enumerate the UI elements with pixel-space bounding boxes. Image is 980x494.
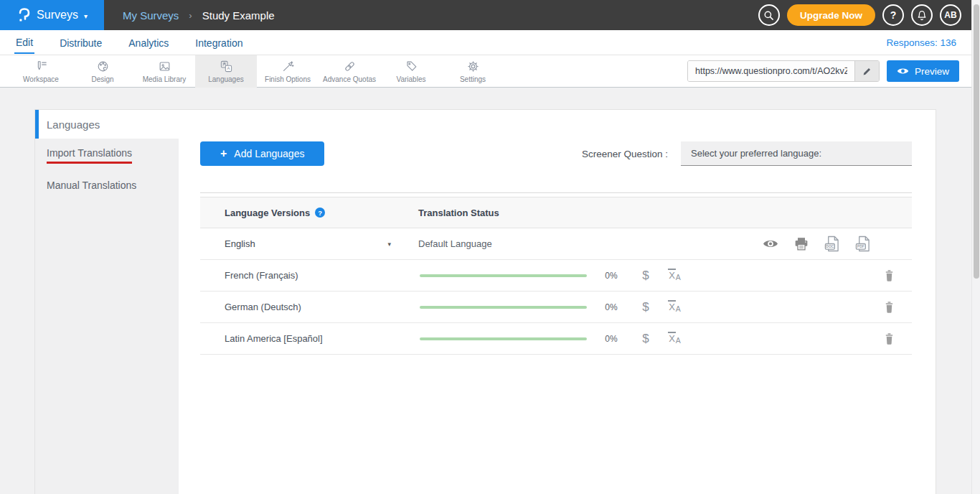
plus-icon: + bbox=[220, 147, 227, 160]
notifications-button[interactable] bbox=[911, 4, 933, 26]
delete-language-button[interactable] bbox=[884, 269, 895, 282]
language-name: French (Français) bbox=[200, 270, 397, 281]
screener-question: Screener Question : Select your preferre… bbox=[582, 141, 912, 166]
tool-finish-options[interactable]: Finish Options bbox=[257, 55, 319, 88]
languages-panel: Languages Import Translations Manual Tra… bbox=[34, 109, 936, 494]
search-icon bbox=[763, 10, 774, 21]
actions-row: + Add Languages Screener Question : Sele… bbox=[200, 141, 912, 166]
delete-language-button[interactable] bbox=[884, 301, 895, 314]
doc-file-icon: DOC bbox=[824, 236, 839, 252]
bell-icon bbox=[917, 10, 927, 21]
trash-icon bbox=[884, 332, 895, 345]
tool-label: Design bbox=[91, 75, 113, 83]
table-row-language: German (Deutsch) 0% $ XA bbox=[200, 292, 912, 323]
tab-edit[interactable]: Edit bbox=[14, 32, 34, 54]
questionpro-logo-icon bbox=[17, 7, 31, 23]
tool-label: Finish Options bbox=[265, 75, 311, 83]
view-button[interactable] bbox=[763, 238, 778, 249]
translation-percent: 0% bbox=[597, 334, 626, 344]
paid-translation-button[interactable]: $ bbox=[637, 269, 654, 283]
scrollbar-track[interactable] bbox=[971, 0, 980, 494]
toolbar-items: Workspace Design bbox=[10, 55, 504, 88]
tool-settings[interactable]: Settings bbox=[442, 55, 504, 88]
survey-url-input[interactable] bbox=[688, 61, 854, 81]
top-header: Surveys ▾ My Surveys › Study Example Upg… bbox=[0, 0, 980, 30]
auto-translate-button[interactable]: XA bbox=[664, 270, 684, 281]
screener-question-select[interactable]: Select your preferred language: bbox=[681, 141, 912, 166]
export-doc-button[interactable]: DOC bbox=[824, 236, 839, 252]
breadcrumb: My Surveys › Study Example bbox=[123, 9, 275, 22]
search-button[interactable] bbox=[758, 4, 780, 26]
translation-progress-bar bbox=[420, 306, 587, 309]
language-name: German (Deutsch) bbox=[200, 302, 397, 312]
sidebar-item-import-translations[interactable]: Import Translations bbox=[35, 139, 179, 171]
chevron-down-icon: ▾ bbox=[84, 12, 88, 20]
sidebar-item-label: Import Translations bbox=[47, 147, 132, 164]
tool-variables[interactable]: Variables bbox=[380, 55, 442, 88]
export-pdf-button[interactable]: PDF bbox=[855, 236, 870, 252]
scrollbar-thumb[interactable] bbox=[974, 4, 979, 279]
tool-advance-quotas[interactable]: Advance Quotas bbox=[319, 55, 380, 88]
preview-label: Preview bbox=[915, 66, 949, 77]
help-button[interactable]: ? bbox=[882, 4, 904, 26]
preview-button[interactable]: Preview bbox=[887, 60, 959, 82]
delete-language-button[interactable] bbox=[884, 332, 895, 345]
tag-icon bbox=[405, 60, 418, 73]
tool-languages[interactable]: A Languages bbox=[195, 55, 257, 88]
main-content: Languages Import Translations Manual Tra… bbox=[0, 88, 980, 494]
paid-translation-button[interactable]: $ bbox=[637, 300, 654, 314]
tool-design[interactable]: Design bbox=[72, 55, 133, 88]
table-row-language: Latin America [Español] 0% $ XA bbox=[200, 323, 912, 355]
brand-label: Surveys bbox=[37, 9, 78, 22]
column-translation-status: Translation Status bbox=[418, 208, 499, 218]
responses-count[interactable]: Responses: 136 bbox=[886, 37, 956, 48]
printer-icon bbox=[794, 237, 809, 251]
auto-translate-button[interactable]: XA bbox=[664, 302, 684, 312]
trash-icon bbox=[884, 301, 895, 314]
language-name: Latin America [Español] bbox=[200, 333, 397, 344]
tab-analytics[interactable]: Analytics bbox=[127, 32, 170, 53]
edit-url-button[interactable] bbox=[854, 61, 879, 81]
survey-url-group bbox=[687, 60, 880, 82]
magic-wand-icon bbox=[281, 60, 295, 73]
paid-translation-button[interactable]: $ bbox=[637, 332, 654, 346]
eye-icon bbox=[897, 67, 909, 75]
breadcrumb-my-surveys[interactable]: My Surveys bbox=[123, 9, 179, 22]
workspace-icon bbox=[34, 60, 48, 73]
question-mark-icon: ? bbox=[890, 9, 897, 21]
tool-workspace[interactable]: Workspace bbox=[10, 55, 72, 88]
breadcrumb-current: Study Example bbox=[202, 9, 275, 22]
default-language-dropdown[interactable]: English ▾ bbox=[200, 238, 397, 249]
table-header-row: Language Versions ? Translation Status bbox=[200, 197, 912, 228]
add-languages-button[interactable]: + Add Languages bbox=[200, 141, 324, 166]
avatar[interactable]: AB bbox=[940, 4, 961, 26]
edit-toolbar: Workspace Design bbox=[0, 55, 980, 88]
tool-label: Media Library bbox=[143, 75, 187, 83]
tool-label: Workspace bbox=[23, 75, 59, 83]
product-switcher[interactable]: Surveys ▾ bbox=[0, 0, 104, 30]
panel-title: Languages bbox=[47, 118, 100, 131]
tool-label: Settings bbox=[460, 75, 486, 83]
tool-media-library[interactable]: Media Library bbox=[133, 55, 195, 88]
breadcrumb-separator-icon: › bbox=[189, 10, 192, 21]
tab-integration[interactable]: Integration bbox=[194, 32, 244, 53]
auto-translate-button[interactable]: XA bbox=[664, 333, 684, 344]
translation-percent: 0% bbox=[597, 302, 626, 312]
default-language-status: Default Language bbox=[418, 238, 492, 249]
gear-icon bbox=[466, 60, 480, 73]
languages-pane: + Add Languages Screener Question : Sele… bbox=[179, 139, 936, 494]
tab-distribute[interactable]: Distribute bbox=[58, 32, 103, 53]
sidebar-item-manual-translations[interactable]: Manual Translations bbox=[35, 171, 179, 198]
add-languages-label: Add Languages bbox=[234, 148, 304, 159]
sidebar-item-label: Manual Translations bbox=[47, 180, 136, 191]
table-row-language: French (Français) 0% $ XA bbox=[200, 260, 912, 292]
trash-icon bbox=[884, 269, 895, 282]
help-icon[interactable]: ? bbox=[315, 208, 325, 218]
chain-link-icon bbox=[343, 60, 357, 73]
upgrade-button[interactable]: Upgrade Now bbox=[787, 4, 875, 26]
tool-label: Advance Quotas bbox=[323, 75, 376, 83]
column-language-versions: Language Versions ? bbox=[200, 208, 397, 218]
translate-icon: A bbox=[220, 60, 233, 73]
print-button[interactable] bbox=[794, 237, 809, 251]
svg-text:DOC: DOC bbox=[826, 245, 834, 248]
